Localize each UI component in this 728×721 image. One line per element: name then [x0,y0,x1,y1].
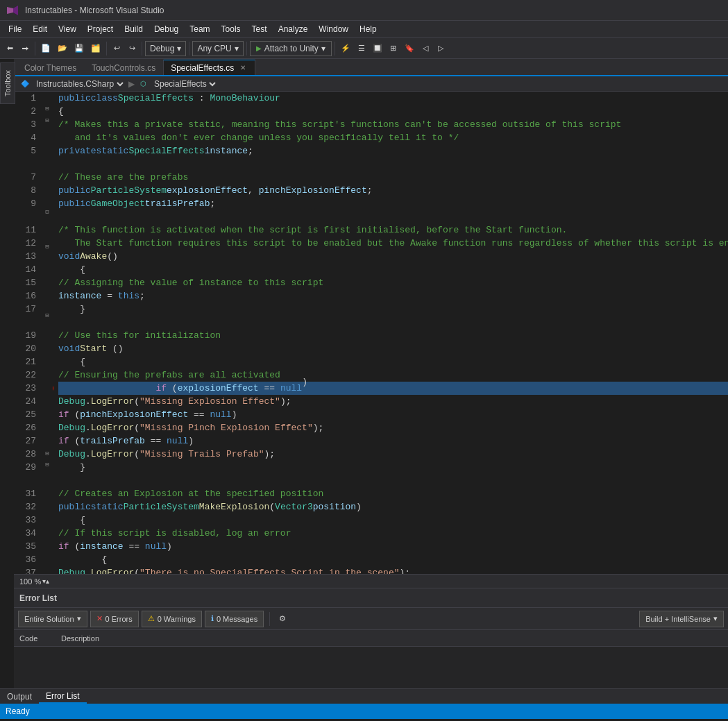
menu-project[interactable]: Project [82,21,119,37]
code-line-30 [58,474,728,487]
code-line-32: public static ParticleSystem MakeExplosi… [58,500,728,514]
tab-specialeffects-close[interactable]: ✕ [238,63,248,72]
toolbar-saveall-btn[interactable]: 🗂️ [88,40,103,57]
toolbar-redo-btn[interactable]: ↪ [125,40,139,57]
menu-file[interactable]: File [3,21,27,37]
attach-arrow-icon: ▾ [321,44,325,53]
toolbar-extra-5[interactable]: 🔖 [402,40,417,57]
toolbar-undo-btn[interactable]: ↩ [110,40,124,57]
toolbar-open-btn[interactable]: 📂 [55,40,70,57]
messages-label: 0 Messages [217,615,257,623]
errors-filter-button[interactable]: ✕ 0 Errors [90,611,139,627]
menu-help[interactable]: Help [354,21,382,37]
zoom-level: 100 % [19,577,41,586]
line-numbers: 1 2 3 4 5 7 8 9 11 12 13 14 15 16 17 19 … [14,92,42,574]
toolbar-sep-1 [35,42,35,56]
col-description: Description [61,634,99,643]
code-line-5: private static SpecialEffects instance; [58,144,728,158]
messages-filter-button[interactable]: ℹ 0 Messages [205,611,264,627]
status-text: Ready [6,706,30,716]
collapse-marker-33[interactable]: ⊟ [42,459,53,471]
toolbar-extra-1[interactable]: ⚡ [338,40,353,57]
menu-tools[interactable]: Tools [216,21,246,37]
debug-config-dropdown[interactable]: Debug ▾ [145,41,186,56]
code-line-28: Debug.LogError("Missing Trails Prefab"); [58,448,728,461]
menu-window[interactable]: Window [313,21,354,37]
breakpoint-indicator [53,384,53,393]
toolbar-forward-btn[interactable]: ⮕ [18,40,32,57]
code-line-16: instance = this; [58,289,728,303]
attach-to-unity-button[interactable]: ▶ Attach to Unity ▾ [250,41,332,56]
breadcrumb-project-select[interactable]: Instructables.CSharp [33,78,126,90]
zoom-increase-btn[interactable]: ▴ [46,577,49,585]
toolbox-tab[interactable]: Toolbox [0,62,15,104]
toolbar-extra-3[interactable]: 🔲 [370,40,385,57]
collapse-marker-14[interactable]: ⊟ [42,241,53,253]
errors-label: 0 Errors [105,615,133,623]
menu-debug[interactable]: Debug [149,21,184,37]
toolbar: ⬅ ⮕ 📄 📂 💾 🗂️ ↩ ↪ Debug ▾ Any CPU ▾ ▶ Att… [0,38,728,59]
code-line-37: Debug.LogError("There is no SpecialEffec… [58,566,728,574]
tab-color-themes-label: Color Themes [24,63,76,73]
code-editor[interactable]: public class SpecialEffects : MonoBehavi… [53,92,728,574]
platform-label: Any CPU [197,44,231,53]
editor-wrapper: 1 2 3 4 5 7 8 9 11 12 13 14 15 16 17 19 … [14,92,728,588]
toolbar-extra-6[interactable]: ◁ [418,40,432,57]
build-filter-dropdown[interactable]: Build + IntelliSense ▾ [639,611,724,627]
menu-edit[interactable]: Edit [27,21,53,37]
code-line-15: // Assigning the value of instance to th… [58,276,728,289]
code-line-8: public ParticleSystem explosionEffect, p… [58,184,728,197]
zoom-bar: 100 % ▾ ▴ [14,574,728,588]
toolbar-extra-7[interactable]: ▷ [434,40,448,57]
error-scope-dropdown[interactable]: Entire Solution ▾ [18,611,87,627]
warnings-label: 0 Warnings [158,615,196,623]
code-line-9: public GameObject trailsPrefab; [58,197,728,210]
toolbar-new-btn[interactable]: 📄 [38,40,53,57]
collapse-marker-3[interactable]: ⊟ [42,114,53,126]
collapse-marker-1[interactable] [42,92,53,103]
attach-to-unity-label: Attach to Unity [264,44,319,53]
code-line-7: // These are the prefabs [58,171,728,184]
toolbar-extra-2[interactable]: ☰ [355,40,369,57]
error-list-body [14,647,728,688]
code-line-29: } [58,461,728,474]
project-icon: 🔷 [19,78,31,90]
code-line-13: void Awake() [58,250,728,263]
code-line-36: { [58,553,728,566]
code-wrapper: 1 2 3 4 5 7 8 9 11 12 13 14 15 16 17 19 … [14,92,728,574]
code-line-10 [58,210,728,223]
menu-view[interactable]: View [53,21,82,37]
warnings-filter-button[interactable]: ⚠ 0 Warnings [142,611,202,627]
toolbar-back-btn[interactable]: ⬅ [3,40,17,57]
toolbar-save-btn[interactable]: 💾 [71,40,87,57]
breadcrumb-member-select[interactable]: SpecialEffects [151,78,218,90]
menu-analyze[interactable]: Analyze [273,21,314,37]
menu-team[interactable]: Team [184,21,215,37]
collapse-marker-32[interactable]: ⊟ [42,448,53,459]
toolbar-extra-4[interactable]: ⊞ [387,40,400,57]
error-settings-btn[interactable]: ⚙ [276,611,289,627]
bottom-tab-error-list[interactable]: Error List [39,689,87,704]
window-title: Instructables - Microsoft Visual Studio [25,6,164,15]
tab-specialeffects[interactable]: SpecialEffects.cs ✕ [163,60,255,75]
code-line-19: // Use this for initialization [58,329,728,342]
collapse-marker-11[interactable]: ⊟ [42,206,53,218]
menu-test[interactable]: Test [246,21,273,37]
code-line-6 [58,158,728,171]
collapse-marker-2: ⊟ [42,103,53,115]
tab-touchcontrols[interactable]: TouchControls.cs [84,60,163,75]
error-list-panel: Error List Entire Solution ▾ ✕ 0 Errors … [14,588,728,688]
code-line-27: if (trailsPrefab == null) [58,434,728,448]
code-line-22: // Ensuring the prefabs are all activate… [58,368,728,382]
bottom-tab-output[interactable]: Output [0,689,39,704]
collapse-marker-20[interactable]: ⊟ [42,309,53,321]
toolbar-sep-4 [189,42,189,56]
breadcrumb-arrow-icon: ▶ [128,79,135,89]
code-line-1: public class SpecialEffects : MonoBehavi… [58,92,728,105]
tab-color-themes[interactable]: Color Themes [17,60,84,75]
vs-logo-icon [6,3,19,17]
breadcrumb: 🔷 Instructables.CSharp ▶ ⬡ SpecialEffect… [14,76,728,92]
platform-dropdown[interactable]: Any CPU ▾ [192,41,243,56]
toolbar-sep-6 [335,42,335,56]
menu-build[interactable]: Build [119,21,149,37]
